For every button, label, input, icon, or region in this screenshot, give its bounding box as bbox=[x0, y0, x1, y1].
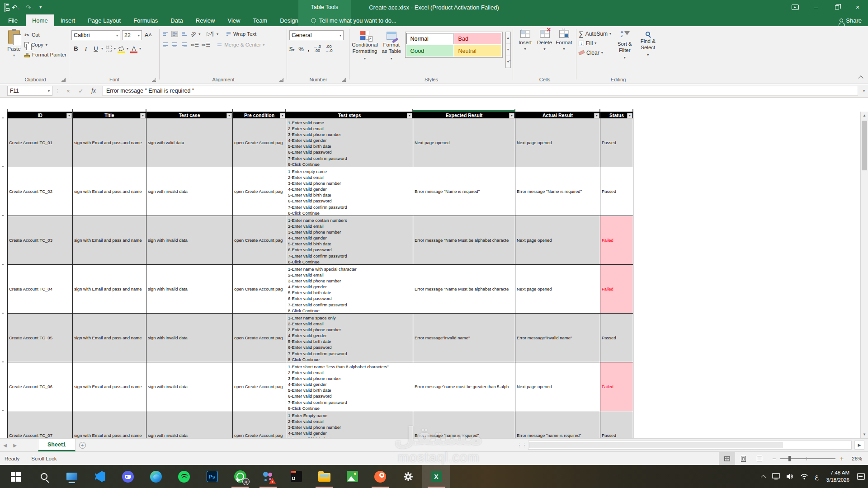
cell-id[interactable]: Create Account TC_02 bbox=[8, 167, 73, 216]
font-color-button[interactable]: A bbox=[129, 44, 138, 53]
close-button[interactable]: × bbox=[847, 0, 868, 14]
format-as-table-button[interactable]: Format as Table▾ bbox=[381, 29, 402, 72]
restore-button[interactable] bbox=[826, 0, 847, 14]
taskbar-explorer-icon[interactable] bbox=[310, 465, 338, 488]
paste-button[interactable]: Paste▾ bbox=[4, 26, 24, 70]
cell-title[interactable]: sign with Email and pass and name bbox=[73, 411, 146, 438]
number-dialog-launcher[interactable] bbox=[342, 78, 346, 82]
clear-button[interactable]: Clear▾ bbox=[579, 48, 611, 57]
conditional-formatting-button[interactable]: ≠ Conditional Formatting▾ bbox=[352, 29, 378, 72]
scroll-right-button[interactable]: ▶ bbox=[854, 441, 864, 450]
cell-status[interactable]: Failed bbox=[600, 362, 633, 411]
find-select-button[interactable]: Find & Select▾ bbox=[638, 29, 658, 72]
cell-test-steps[interactable]: 1-Enter name with special character2-Ent… bbox=[286, 265, 413, 314]
zoom-out-button[interactable]: − bbox=[771, 455, 777, 462]
share-button[interactable]: Share bbox=[840, 14, 862, 26]
cell-expected-result[interactable]: Error message "Name is required" bbox=[413, 167, 515, 216]
filter-dropdown-button[interactable]: ▼ bbox=[226, 113, 232, 118]
grow-font-button[interactable]: A˄ bbox=[144, 30, 153, 40]
column-header-test-case[interactable]: Test case▼ bbox=[146, 112, 233, 118]
tray-speaker-icon[interactable] bbox=[783, 465, 797, 488]
filter-dropdown-button[interactable]: ▼ bbox=[407, 113, 412, 118]
page-break-view-button[interactable] bbox=[751, 452, 768, 465]
taskbar-edge-icon[interactable] bbox=[142, 465, 170, 488]
alignment-dialog-launcher[interactable] bbox=[279, 78, 283, 82]
zoom-level[interactable]: 26% bbox=[852, 452, 862, 465]
bold-button[interactable]: B bbox=[71, 44, 80, 53]
cell-test-case[interactable]: sign with valid data bbox=[146, 118, 233, 167]
tab-insert[interactable]: Insert bbox=[54, 14, 82, 26]
filter-dropdown-button[interactable]: ▼ bbox=[66, 113, 72, 118]
cell-test-steps[interactable]: 1-Enter Empty name2-Enter valid email3-E… bbox=[286, 411, 413, 438]
save-button[interactable] bbox=[5, 4, 5, 11]
accounting-format-button[interactable]: $▾ bbox=[289, 46, 294, 52]
font-name-combo[interactable]: Calibri▾ bbox=[71, 30, 120, 40]
cell-actual-result[interactable]: Error message "Name is required" bbox=[515, 167, 600, 216]
decrease-indent-button[interactable]: ⇦☰ bbox=[190, 42, 199, 48]
font-dialog-launcher[interactable] bbox=[152, 78, 156, 82]
horizontal-scrollbar[interactable] bbox=[528, 441, 852, 450]
worksheet-area[interactable]: ID▼Title▼Test case▼Pre condition▼Test st… bbox=[0, 98, 868, 438]
taskbar-photoshop-icon[interactable]: Ps bbox=[198, 465, 226, 488]
filter-dropdown-button[interactable]: ▼ bbox=[627, 113, 632, 118]
italic-button[interactable]: I bbox=[81, 44, 90, 53]
column-header-title[interactable]: Title▼ bbox=[73, 112, 146, 118]
cell-test-case[interactable]: sign with invalid data bbox=[146, 265, 233, 314]
name-box[interactable]: F11▾ bbox=[7, 86, 52, 96]
cell-expected-result[interactable]: Error message"invalid name" bbox=[413, 314, 515, 362]
cell-expected-result[interactable]: Error message "Name Must be alphabet cha… bbox=[413, 216, 515, 265]
taskbar-teams-alert-icon[interactable]: ! bbox=[254, 465, 282, 488]
tab-data[interactable]: Data bbox=[164, 14, 189, 26]
taskbar-photos-icon[interactable] bbox=[338, 465, 366, 488]
taskbar-spotify-icon[interactable] bbox=[170, 465, 198, 488]
minimize-button[interactable]: – bbox=[806, 0, 826, 14]
cell-test-case[interactable]: sign with invalid data bbox=[146, 216, 233, 265]
cell-title[interactable]: sign with Email and pass and name bbox=[73, 167, 146, 216]
column-header-pre-condition[interactable]: Pre condition▼ bbox=[233, 112, 286, 118]
taskbar-settings-icon[interactable] bbox=[394, 465, 422, 488]
cell-pre-condition[interactable]: open Create Account pag bbox=[233, 314, 286, 362]
cell-title[interactable]: sign with Email and pass and name bbox=[73, 265, 146, 314]
cell-id[interactable]: Create Account TC_03 bbox=[8, 216, 73, 265]
tray-display-icon[interactable] bbox=[769, 465, 783, 488]
align-center-button[interactable] bbox=[171, 42, 178, 48]
tray-network-icon[interactable] bbox=[797, 465, 811, 488]
sheet-nav-left[interactable]: ◀ bbox=[0, 439, 10, 451]
number-format-combo[interactable]: General▾ bbox=[289, 30, 344, 40]
customize-qat-button[interactable]: ▾ bbox=[39, 5, 42, 9]
percent-style-button[interactable]: % bbox=[298, 46, 304, 52]
gallery-more-button[interactable]: ▼̅ bbox=[506, 56, 510, 68]
cell-actual-result[interactable]: Error message"invalid name" bbox=[515, 314, 600, 362]
scroll-up-button[interactable]: ▲ bbox=[861, 112, 868, 119]
gallery-scroll-down[interactable]: ▼ bbox=[506, 44, 510, 56]
cell-title[interactable]: sign with Email and pass and name bbox=[73, 362, 146, 411]
vertical-scroll-thumb[interactable] bbox=[862, 121, 867, 170]
gallery-scroll-up[interactable]: ▲ bbox=[506, 32, 510, 44]
middle-align-button[interactable] bbox=[171, 31, 178, 37]
tab-formulas[interactable]: Formulas bbox=[127, 14, 164, 26]
filter-dropdown-button[interactable]: ▼ bbox=[594, 113, 599, 118]
filter-dropdown-button[interactable]: ▼ bbox=[140, 113, 146, 118]
tab-team[interactable]: Team bbox=[246, 14, 274, 26]
column-header-status[interactable]: Status▼ bbox=[600, 112, 633, 118]
format-painter-button[interactable]: Format Painter bbox=[24, 50, 66, 60]
cell-id[interactable]: Create Account TC_07 bbox=[8, 411, 73, 438]
taskbar-discord-icon[interactable] bbox=[114, 465, 142, 488]
taskbar-whatsapp-icon[interactable]: 4 bbox=[226, 465, 254, 488]
text-direction-button[interactable]: ▷¶ bbox=[207, 31, 214, 37]
cell-actual-result[interactable]: Next page opened bbox=[515, 118, 600, 167]
cell-pre-condition[interactable]: open Create Account pag bbox=[233, 167, 286, 216]
undo-button[interactable]: ↶▾ bbox=[12, 4, 19, 11]
cell-test-steps[interactable]: 1-Enter valid name2-Enter valid email3-E… bbox=[286, 118, 413, 167]
cell-actual-result[interactable]: Next page opened bbox=[515, 265, 600, 314]
cell-pre-condition[interactable]: open Create Account pag bbox=[233, 411, 286, 438]
ribbon-display-options-button[interactable] bbox=[785, 0, 806, 14]
tab-page-layout[interactable]: Page Layout bbox=[81, 14, 127, 26]
cell-test-steps[interactable]: 1-Enter short name "less than 8 alphabet… bbox=[286, 362, 413, 411]
column-header-test-steps[interactable]: Test steps▼ bbox=[286, 112, 413, 118]
cell-status[interactable]: Passed bbox=[600, 118, 633, 167]
taskbar-vscode-icon[interactable] bbox=[86, 465, 114, 488]
wrap-text-button[interactable]: Wrap Text bbox=[226, 31, 256, 37]
cell-test-case[interactable]: sign with invalid data bbox=[146, 362, 233, 411]
zoom-slider-thumb[interactable] bbox=[788, 456, 791, 461]
